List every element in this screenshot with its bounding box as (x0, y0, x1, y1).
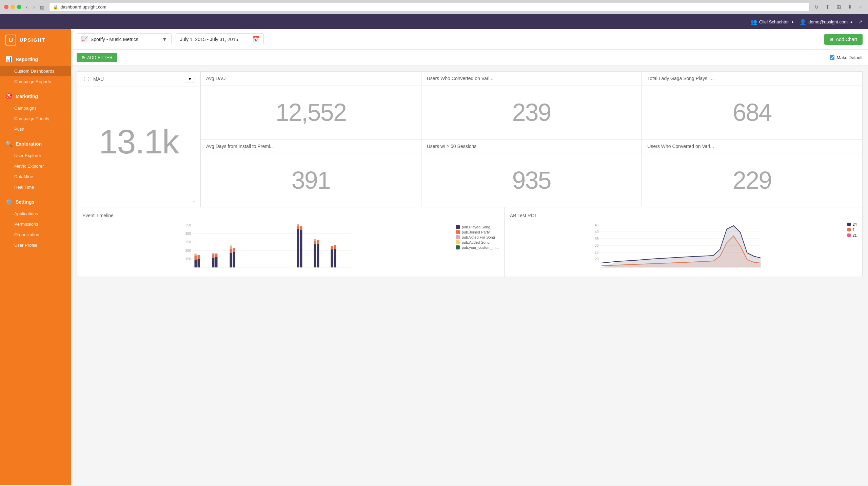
organization-label: Organization (14, 232, 39, 237)
svg-rect-13 (194, 255, 197, 256)
dashboard-header: 📈 Spotify - Music Metrics ▼ July 1, 2015… (71, 29, 868, 50)
svg-rect-17 (212, 258, 214, 267)
sidebar-item-metric-explorer[interactable]: Metric Explorer (0, 161, 71, 171)
address-bar[interactable]: 🔒 dashboard.upsight.com (49, 3, 809, 11)
download-button[interactable]: ⬇ (846, 3, 854, 11)
minimize-button[interactable] (11, 5, 15, 9)
user-account[interactable]: 👤 demo@upsight.com ▲ (800, 19, 853, 25)
logo-letter: U (9, 37, 13, 44)
stat-card-avg-dau-header: Avg DAU (201, 72, 421, 86)
legend-color-played-song (456, 225, 460, 229)
real-time-label: Real Time (14, 185, 34, 190)
date-picker[interactable]: July 1, 2015 - July 31, 2015 📅 (176, 33, 264, 45)
make-default-option[interactable]: Make Default (830, 55, 863, 60)
app-selector-caret-icon: ▼ (162, 36, 167, 42)
browser-titlebar: ‹ › ▤ 🔒 dashboard.upsight.com ↻ ⬆ ⊞ ⬇ ≡ (0, 0, 868, 14)
svg-rect-16 (197, 255, 200, 259)
charts-row: Event Timeline 350 300 250 200 150 (77, 207, 863, 277)
marketing-icon: 🎯 (5, 93, 12, 99)
sidebar-item-real-time[interactable]: Real Time (0, 182, 71, 192)
share-button[interactable]: ⬆ (823, 3, 832, 11)
svg-text:350: 350 (185, 223, 191, 227)
reporting-header[interactable]: 📊 Reporting (0, 53, 71, 66)
stat-card-mau-title-row: ⋮⋮ MAU (82, 76, 104, 82)
sidebar-section-marketing: 🎯 Marketing Campaigns Campaign Priority … (0, 88, 71, 136)
push-label: Push (14, 127, 24, 132)
legend-item-24: 24 (847, 222, 857, 226)
svg-text:25: 25 (595, 250, 599, 254)
stat-card-sessions-title: Users w/ > 50 Sessions (427, 144, 477, 149)
sidebar-section-settings: ⚙️ Settings Applications Permissions Org… (0, 194, 71, 252)
stat-card-converted2-header: Users Who Converted on Vari... (642, 139, 862, 153)
legend-color-added-song (456, 240, 460, 244)
svg-rect-39 (331, 246, 333, 249)
svg-rect-40 (334, 249, 336, 267)
resize-icon[interactable]: ↔ (192, 199, 196, 204)
sidebar-item-push[interactable]: Push (0, 124, 71, 134)
sidebar-toggle-button[interactable]: ▤ (38, 4, 46, 11)
svg-rect-27 (233, 248, 235, 252)
sidebar-item-campaigns[interactable]: Campaigns (0, 103, 71, 113)
legend-item-added-song: pub.Added Song (456, 240, 499, 244)
sidebar-section-exploration: 🔍 Exploration User Explorer Metric Explo… (0, 136, 71, 194)
add-chart-label: Add Chart (836, 37, 857, 42)
sidebar-item-user-profile[interactable]: User Profile (0, 240, 71, 250)
stat-cards-right-bottom: Avg Days from Install to Premi... 391 Us… (200, 139, 863, 207)
stat-card-converted-title: Users Who Converted on Vari... (427, 76, 494, 81)
event-timeline-legend: pub.Played Song pub.Joined Party pub.Vot… (456, 225, 499, 271)
svg-rect-12 (194, 256, 197, 260)
sidebar-item-campaign-priority[interactable]: Campaign Priority (0, 113, 71, 124)
exploration-icon: 🔍 (5, 141, 12, 147)
settings-header[interactable]: ⚙️ Settings (0, 195, 71, 208)
svg-rect-25 (230, 245, 232, 247)
user-switcher[interactable]: 👥 Cliel Schachter ▲ (750, 19, 794, 25)
main-content: 📈 Spotify - Music Metrics ▼ July 1, 2015… (71, 29, 868, 485)
stat-card-mau-menu-button[interactable]: ▼ (185, 76, 195, 82)
sidebar-item-custom-dashboards[interactable]: Custom Dashboards (0, 66, 71, 76)
reporting-label: Reporting (16, 57, 38, 62)
drag-handle-icon[interactable]: ⋮⋮ (82, 77, 91, 81)
logout-icon[interactable]: ↗ (859, 19, 863, 24)
svg-rect-18 (212, 255, 214, 258)
back-button[interactable]: ‹ (24, 4, 30, 11)
marketing-header[interactable]: 🎯 Marketing (0, 90, 71, 103)
legend-dot-24 (847, 223, 851, 226)
make-default-checkbox[interactable] (830, 55, 834, 60)
stat-card-lady-gaga: Total Lady Gaga Song Plays T... 684 (642, 71, 863, 139)
add-chart-button[interactable]: ⊕ Add Chart (824, 34, 863, 45)
new-tab-button[interactable]: ⊞ (834, 3, 843, 11)
stat-card-avg-dau-title: Avg DAU (206, 76, 225, 81)
svg-text:35: 35 (595, 237, 599, 241)
sidebar-item-campaign-reports[interactable]: Campaign Reports (0, 76, 71, 87)
sidebar-item-permissions[interactable]: Permissions (0, 219, 71, 229)
app-selector-text: Spotify - Music Metrics (91, 37, 159, 42)
event-timeline-title: Event Timeline (82, 213, 499, 218)
exploration-header[interactable]: 🔍 Exploration (0, 137, 71, 150)
reload-button[interactable]: ↻ (812, 4, 821, 11)
close-button[interactable] (4, 5, 8, 9)
browser-actions: ⬆ ⊞ ⬇ ≡ (823, 3, 864, 11)
legend-item-custom: pub.your_custom_m... (456, 245, 499, 249)
menu-button[interactable]: ≡ (857, 3, 864, 11)
top-bar-user: 👥 Cliel Schachter ▲ 👤 demo@upsight.com ▲… (750, 19, 863, 25)
sidebar-item-user-explorer[interactable]: User Explorer (0, 150, 71, 161)
svg-text:40: 40 (595, 230, 599, 234)
stat-card-mau: ⋮⋮ MAU ▼ 13.1k ↔ (77, 71, 200, 207)
forward-button[interactable]: › (31, 4, 37, 11)
exploration-label: Exploration (16, 141, 42, 147)
app-selector[interactable]: 📈 Spotify - Music Metrics ▼ (77, 33, 172, 45)
sidebar-item-datamine[interactable]: DataMine (0, 171, 71, 182)
add-filter-button[interactable]: ⊕ ADD FILTER (77, 53, 117, 62)
stat-card-mau-header: ⋮⋮ MAU ▼ (77, 72, 200, 87)
stat-card-converted: Users Who Converted on Vari... 239 (421, 71, 642, 139)
legend-label-played-song: pub.Played Song (462, 225, 490, 229)
legend-color-voted-song (456, 235, 460, 239)
sidebar-section-reporting: 📊 Reporting Custom Dashboards Campaign R… (0, 51, 71, 88)
sidebar-item-applications[interactable]: Applications (0, 208, 71, 219)
stat-card-avg-dau-value: 12,552 (201, 86, 421, 139)
maximize-button[interactable] (17, 5, 21, 9)
stat-card-mau-title: MAU (93, 76, 104, 82)
legend-color-joined-party (456, 230, 460, 234)
svg-rect-30 (297, 224, 299, 226)
sidebar-item-organization[interactable]: Organization (0, 229, 71, 240)
